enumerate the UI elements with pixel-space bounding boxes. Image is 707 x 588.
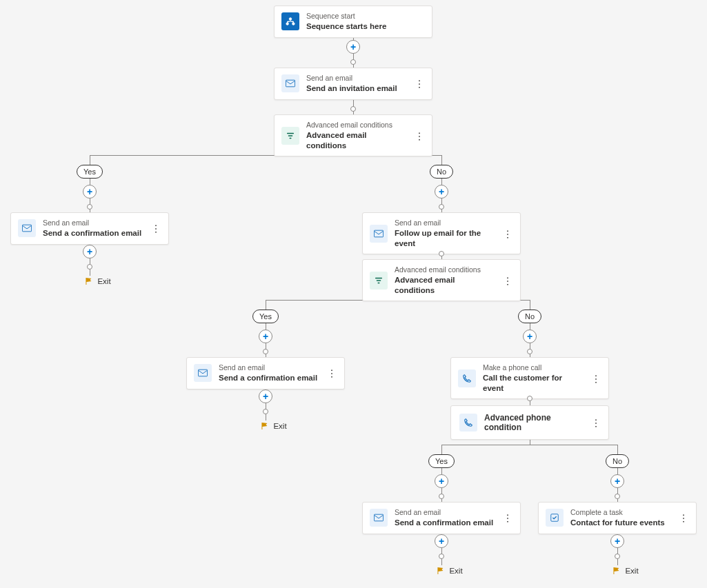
node-advanced-email-conditions-1[interactable]: Advanced email conditions Advanced email… [274,114,432,156]
exit-label: Exit [449,567,462,575]
connector-socket [615,554,620,559]
condition-icon [370,272,388,290]
email-icon [370,509,388,527]
svg-rect-4 [374,514,383,521]
branch-no-pill[interactable]: No [518,310,541,323]
connector-socket [263,409,268,414]
connector-socket [527,349,532,354]
node-advanced-phone-condition[interactable]: Advanced phone condition ⋯ [450,405,609,440]
node-subtitle: Send an email [219,363,319,372]
node-followup-email[interactable]: Send an email Follow up email for the ev… [362,212,521,254]
node-send-invitation-email[interactable]: Send an email Send an invitation email ⋯ [274,68,432,100]
node-contact-future-events[interactable]: Complete a task Contact for future event… [538,502,697,534]
more-menu-icon[interactable]: ⋯ [590,418,601,427]
add-step-button[interactable]: + [610,534,624,548]
node-send-confirmation-email-1[interactable]: Send an email Send a confirmation email … [10,212,169,245]
connector-socket [439,204,444,210]
email-icon [370,225,388,243]
node-subtitle: Advanced email conditions [395,265,495,274]
connector-socket [439,554,444,559]
svg-rect-2 [374,230,383,237]
node-title: Advanced email conditions [395,275,495,296]
node-title: Advanced phone condition [484,413,584,432]
connector-socket [615,494,620,499]
connector-socket [350,106,356,112]
node-title: Follow up email for the event [395,228,495,249]
node-subtitle: Make a phone call [483,363,583,372]
node-subtitle: Send an email [306,74,406,83]
node-send-confirmation-email-2[interactable]: Send an email Send a confirmation email … [186,357,345,389]
more-menu-icon[interactable]: ⋯ [502,227,513,239]
flag-icon [435,566,445,576]
add-step-button[interactable]: + [435,474,448,488]
node-advanced-email-conditions-2[interactable]: Advanced email conditions Advanced email… [362,259,521,301]
email-icon [18,219,36,237]
connector-socket [87,264,92,270]
add-step-button[interactable]: + [435,534,448,548]
exit-label: Exit [97,277,110,285]
condition-icon [281,127,299,145]
more-menu-icon[interactable]: ⋯ [414,130,425,141]
exit-marker: Exit [259,421,286,431]
add-step-button[interactable]: + [346,40,360,54]
branch-no-pill[interactable]: No [606,454,629,468]
add-step-button[interactable]: + [435,185,448,199]
node-title: Advanced email conditions [306,130,406,151]
flag-icon [83,276,93,286]
connector-socket [527,396,532,401]
add-step-button[interactable]: + [83,185,97,199]
add-step-button[interactable]: + [83,245,97,258]
add-step-button[interactable]: + [259,389,272,403]
node-subtitle: Sequence start [306,12,425,21]
more-menu-icon[interactable]: ⋯ [502,512,513,524]
branch-yes-pill[interactable]: Yes [77,165,103,179]
connector-socket [263,349,268,354]
node-title: Contact for future events [570,518,670,528]
node-call-customer[interactable]: Make a phone call Call the customer for … [450,357,609,399]
more-menu-icon[interactable]: ⋯ [502,274,513,286]
start-icon [281,12,299,30]
more-menu-icon[interactable]: ⋯ [150,223,161,234]
node-subtitle: Send an email [395,508,495,517]
connector [441,445,618,445]
exit-label: Exit [273,422,286,430]
flag-icon [611,566,621,576]
phone-condition-icon [459,414,477,432]
exit-label: Exit [625,567,638,575]
svg-rect-3 [198,369,207,376]
more-menu-icon[interactable]: ⋯ [414,78,425,90]
node-send-confirmation-email-3[interactable]: Send an email Send a confirmation email … [362,502,521,534]
add-step-button[interactable]: + [523,330,537,343]
svg-rect-5 [551,514,559,522]
node-subtitle: Send an email [43,219,143,227]
connector-socket [439,494,444,499]
email-icon [194,364,212,382]
node-sequence-start[interactable]: Sequence start Sequence starts here [274,6,432,38]
flow-canvas: Sequence start Sequence starts here + Se… [0,0,707,588]
connector-socket [350,59,356,65]
branch-no-pill[interactable]: No [430,165,453,179]
node-title: Send a confirmation email [395,518,495,528]
branch-yes-pill[interactable]: Yes [428,454,455,468]
svg-rect-0 [286,80,295,87]
node-title: Send a confirmation email [43,228,143,239]
more-menu-icon[interactable]: ⋯ [326,367,337,379]
add-step-button[interactable]: + [259,330,272,343]
branch-yes-pill[interactable]: Yes [252,310,279,323]
node-subtitle: Advanced email conditions [306,121,406,130]
exit-marker: Exit [435,566,462,576]
exit-marker: Exit [83,276,110,286]
more-menu-icon[interactable]: ⋯ [678,512,689,524]
connector-socket [439,251,444,256]
phone-icon [458,369,476,387]
add-step-button[interactable]: + [610,474,624,488]
node-subtitle: Complete a task [570,508,670,517]
task-icon [546,509,564,527]
node-title: Sequence starts here [306,21,425,32]
node-title: Send a confirmation email [219,373,319,383]
svg-rect-1 [22,225,31,232]
more-menu-icon[interactable]: ⋯ [590,372,601,384]
flag-icon [259,421,269,431]
exit-marker: Exit [611,566,638,576]
node-title: Send an invitation email [306,83,406,94]
